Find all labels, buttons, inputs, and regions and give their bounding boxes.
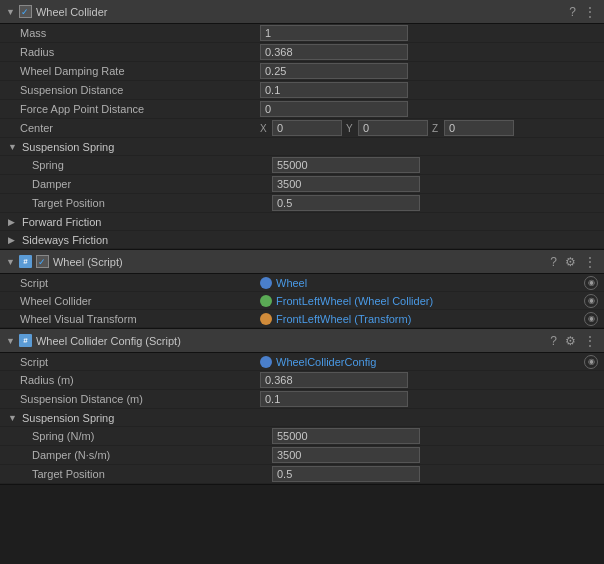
transform-circle-btn[interactable]: ◉ [584,312,598,326]
wheel-collider-config-header[interactable]: ▼ # Wheel Collider Config (Script) ? ⚙ ⋮ [0,329,604,353]
wheel-collider-header[interactable]: ▼ ✓ Wheel Collider ? ⋮ [0,0,604,24]
config-damper-label: Damper (N·s/m) [32,449,272,461]
force-app-row: Force App Point Distance [0,100,604,119]
damper-input[interactable] [272,176,420,192]
center-y-group: Y [346,120,428,136]
settings-icon-2[interactable]: ⚙ [563,333,578,349]
radius-input[interactable] [260,44,408,60]
menu-icon[interactable]: ⋮ [582,4,598,20]
center-row: Center X Y Z [0,119,604,138]
help-icon-3[interactable]: ? [548,333,559,349]
wheel-collider-config-title: Wheel Collider Config (Script) [36,335,544,347]
script-label: Script [20,277,260,289]
config-suspension-distance-value [260,391,598,407]
force-app-input[interactable] [260,101,408,117]
wheel-visual-label: Wheel Visual Transform [20,313,260,325]
suspension-distance-input[interactable] [260,82,408,98]
wheel-script-panel: ▼ # ✓ Wheel (Script) ? ⚙ ⋮ Script Wheel … [0,250,604,329]
config-header-icons: ? ⚙ ⋮ [548,333,598,349]
menu-icon-2[interactable]: ⋮ [582,254,598,270]
config-suspension-spring-arrow: ▼ [8,413,18,423]
config-spring-value [272,428,598,444]
sideways-friction-title: Sideways Friction [22,234,108,246]
wheel-damping-input[interactable] [260,63,408,79]
config-spring-row: Spring (N/m) [0,427,604,446]
center-z-input[interactable] [444,120,514,136]
config-damper-input[interactable] [272,447,420,463]
script-ref[interactable]: Wheel [276,277,307,289]
header-icons: ? ⋮ [567,4,598,20]
config-target-position-input[interactable] [272,466,420,482]
mass-input[interactable] [260,25,408,41]
suspension-spring-header[interactable]: ▼ Suspension Spring [0,138,604,156]
x-axis-label: X [260,123,270,134]
suspension-spring-arrow: ▼ [8,142,18,152]
menu-icon-3[interactable]: ⋮ [582,333,598,349]
config-suspension-spring-title: Suspension Spring [22,412,114,424]
config-damper-value [272,447,598,463]
wheel-script-header-icons: ? ⚙ ⋮ [548,254,598,270]
forward-friction-header[interactable]: ▶ Forward Friction [0,213,604,231]
mass-label: Mass [20,27,260,39]
wheel-collider-config-panel: ▼ # Wheel Collider Config (Script) ? ⚙ ⋮… [0,329,604,485]
mass-value [260,25,598,41]
forward-friction-title: Forward Friction [22,216,101,228]
forward-friction-arrow: ▶ [8,217,18,227]
script-value: Wheel ◉ [260,276,598,290]
target-position-label: Target Position [32,197,272,209]
center-y-input[interactable] [358,120,428,136]
collider-obj-icon [260,295,272,307]
config-target-position-value [272,466,598,482]
script-icon: # [19,255,32,268]
target-position-row: Target Position [0,194,604,213]
wheel-visual-row: Wheel Visual Transform FrontLeftWheel (T… [0,310,604,328]
spring-label: Spring [32,159,272,171]
radius-value [260,44,598,60]
config-radius-input[interactable] [260,372,408,388]
settings-icon[interactable]: ⚙ [563,254,578,270]
config-spring-input[interactable] [272,428,420,444]
config-target-position-row: Target Position [0,465,604,484]
panel-title: Wheel Collider [36,6,563,18]
center-z-group: Z [432,120,514,136]
help-icon-2[interactable]: ? [548,254,559,270]
z-axis-label: Z [432,123,442,134]
config-spring-label: Spring (N/m) [32,430,272,442]
config-suspension-distance-input[interactable] [260,391,408,407]
collapse-arrow-2[interactable]: ▼ [6,257,15,267]
spring-value [272,157,598,173]
wheel-script-header[interactable]: ▼ # ✓ Wheel (Script) ? ⚙ ⋮ [0,250,604,274]
enable-checkbox[interactable]: ✓ [19,5,32,18]
collider-ref[interactable]: FrontLeftWheel (Wheel Collider) [276,295,433,307]
transform-obj-icon [260,313,272,325]
config-script-ref[interactable]: WheelColliderConfig [276,356,376,368]
center-x-input[interactable] [272,120,342,136]
sideways-friction-header[interactable]: ▶ Sideways Friction [0,231,604,249]
spring-input[interactable] [272,157,420,173]
target-position-input[interactable] [272,195,420,211]
script-obj-icon [260,277,272,289]
help-icon[interactable]: ? [567,4,578,20]
wheel-collider-ref-label: Wheel Collider [20,295,260,307]
script-circle-btn[interactable]: ◉ [584,276,598,290]
force-app-value [260,101,598,117]
collapse-arrow[interactable]: ▼ [6,7,15,17]
config-radius-label: Radius (m) [20,374,260,386]
wheel-collider-panel: ▼ ✓ Wheel Collider ? ⋮ Mass Radius Wheel… [0,0,604,250]
suspension-spring-title: Suspension Spring [22,141,114,153]
transform-ref[interactable]: FrontLeftWheel (Transform) [276,313,411,325]
sideways-friction-arrow: ▶ [8,235,18,245]
wheel-damping-label: Wheel Damping Rate [20,65,260,77]
collider-circle-btn[interactable]: ◉ [584,294,598,308]
config-damper-row: Damper (N·s/m) [0,446,604,465]
center-x-group: X [260,120,342,136]
config-script-circle[interactable]: ◉ [584,355,598,369]
enable-checkbox-2[interactable]: ✓ [36,255,49,268]
config-suspension-spring-header[interactable]: ▼ Suspension Spring [0,409,604,427]
radius-label: Radius [20,46,260,58]
damper-row: Damper [0,175,604,194]
config-suspension-distance-row: Suspension Distance (m) [0,390,604,409]
collapse-arrow-3[interactable]: ▼ [6,336,15,346]
radius-row: Radius [0,43,604,62]
suspension-distance-row: Suspension Distance [0,81,604,100]
